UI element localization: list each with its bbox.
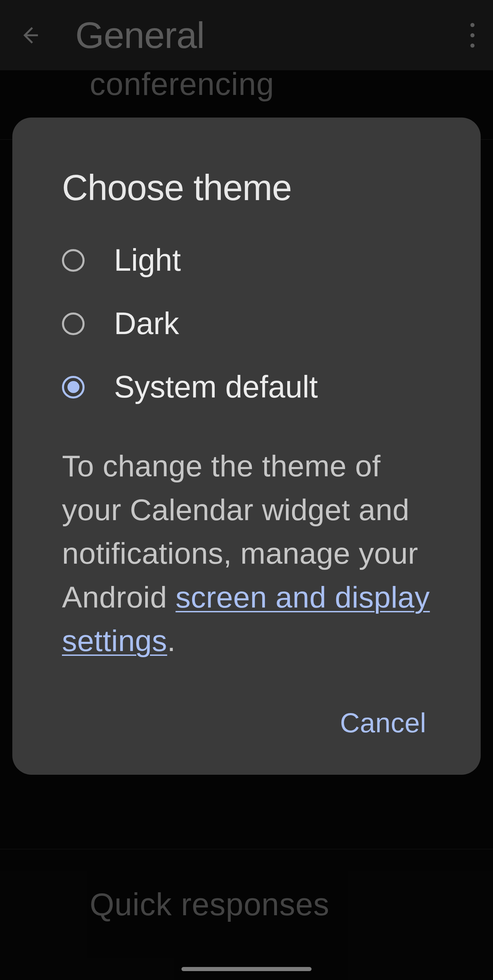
theme-option-system-default[interactable]: System default [62,369,431,405]
dialog-actions: Cancel [62,707,431,739]
theme-option-light[interactable]: Light [62,243,431,278]
dialog-body-post: . [167,624,176,657]
radio-label: System default [114,369,318,405]
dialog-body: To change the theme of your Calendar wid… [62,444,431,663]
navigation-handle[interactable] [181,967,312,971]
radio-selected-icon [62,376,84,399]
radio-label: Dark [114,306,179,341]
dialog-title: Choose theme [62,167,431,208]
cancel-button[interactable]: Cancel [340,707,426,739]
theme-option-dark[interactable]: Dark [62,306,431,341]
choose-theme-dialog: Choose theme Light Dark System default T… [12,118,481,775]
radio-icon [62,312,84,335]
radio-icon [62,249,84,272]
radio-label: Light [114,243,181,278]
